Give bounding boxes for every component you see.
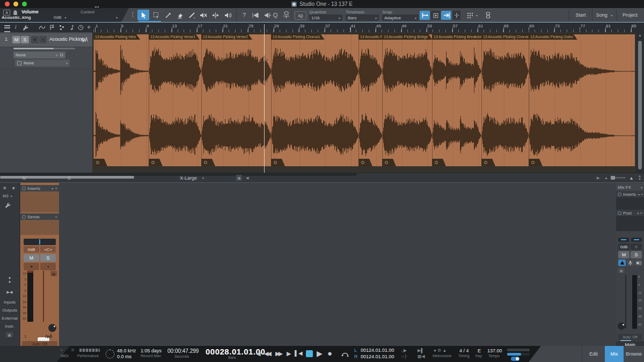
main-talkback-mic-icon[interactable]	[627, 260, 634, 266]
control-dropdown-arrow[interactable]: ▾	[116, 16, 118, 19]
precount-icon[interactable]: ▶▌	[418, 348, 424, 353]
listen-tool-button[interactable]	[222, 10, 234, 20]
follow-toggle[interactable]	[441, 11, 451, 20]
main-pan-left[interactable]	[618, 238, 629, 242]
layers-icon[interactable]	[59, 25, 65, 31]
bend-tool-button[interactable]	[209, 10, 221, 20]
mix-view-button[interactable]: Mix	[605, 346, 624, 362]
mixfx-header[interactable]: Mix FX▾	[616, 184, 644, 190]
pan-control[interactable]	[24, 239, 56, 245]
main-pan-value[interactable]: 0	[631, 243, 642, 250]
autoscroll-toggle[interactable]	[420, 11, 430, 20]
stop-button[interactable]	[306, 350, 313, 357]
loop-start-value[interactable]: 00124.01.01.00	[361, 348, 394, 353]
cpu-gauge-icon[interactable]	[105, 349, 115, 359]
automation-curve-icon[interactable]	[39, 25, 46, 30]
monitor-toggle[interactable]	[511, 357, 519, 361]
play-button[interactable]: ▶	[317, 349, 323, 358]
audio-event-label[interactable]: 13 Acoustic Picking Chorus1	[271, 34, 325, 40]
eraser-tool-button[interactable]	[174, 10, 186, 20]
automation-parameter[interactable]: Volume	[21, 9, 39, 14]
help-cursor-button[interactable]: ?	[240, 11, 248, 19]
snap-dropdown[interactable]: Adaptive▾	[382, 14, 419, 21]
seconds-display[interactable]: 00:00:47.299	[167, 348, 199, 354]
global-solo-button[interactable]: S	[64, 174, 74, 181]
main-inserts-header[interactable]: Inserts ▾+	[616, 191, 644, 197]
automation-value[interactable]: 0dB ▾	[54, 15, 66, 20]
channel-link-icon[interactable]: ▩	[50, 271, 57, 276]
waveform-view-icon[interactable]	[80, 36, 88, 42]
song-page-button[interactable]: Song ▾	[592, 8, 616, 22]
track-height-dropdown[interactable]: X-Large▾	[180, 174, 204, 181]
console-nav-instr[interactable]: Instr.	[0, 324, 19, 329]
next-bar-button[interactable]: ▶	[287, 350, 291, 357]
post-header[interactable]: Post ▾+	[616, 210, 644, 216]
main-automation-mode[interactable]: Auto: Off	[618, 334, 642, 340]
arrow-tool-button[interactable]	[137, 10, 149, 20]
audio-event-label[interactable]: 13 Acoustic Picking Outro	[529, 34, 577, 40]
close-console-icon[interactable]: ✕	[3, 186, 7, 191]
track-record-arm-button[interactable]: ●	[31, 36, 39, 43]
play-from-cursor-button[interactable]	[250, 10, 261, 20]
time-signature-value[interactable]: 4 / 4	[459, 348, 469, 353]
zoom-slider[interactable]	[611, 177, 626, 179]
inserts-well[interactable]	[20, 191, 59, 212]
collapse-banks-icon[interactable]: ▼▲	[0, 277, 19, 283]
project-page-button[interactable]: Project	[617, 8, 643, 22]
performance-meter[interactable]	[79, 349, 100, 352]
track-monitor-button[interactable]: ◖	[39, 36, 47, 43]
loop-selection-button[interactable]: Q	[271, 11, 280, 19]
main-gain-value[interactable]: 0dB	[618, 243, 630, 250]
main-solo-button[interactable]: S	[631, 251, 642, 258]
tempo-value[interactable]: 137.00	[487, 348, 502, 353]
record-button[interactable]: ●	[327, 349, 332, 358]
performance-label[interactable]: Performance	[77, 354, 99, 358]
quantize-dropdown[interactable]: 1/16▾	[309, 14, 342, 21]
main-pan-right[interactable]	[631, 238, 642, 242]
loop-button[interactable]	[340, 350, 350, 357]
sends-header[interactable]: Sends +	[20, 213, 59, 220]
post-well[interactable]	[616, 216, 644, 231]
track-open-button[interactable]: O	[57, 51, 65, 58]
plug-icon[interactable]	[483, 11, 493, 20]
main-inserts-well[interactable]	[616, 197, 644, 210]
scroll-up-arrow[interactable]: ▲	[636, 33, 644, 37]
channel-record-button[interactable]: ●	[24, 263, 39, 270]
track-list-menu-icon[interactable]	[4, 25, 10, 32]
narrow-channels-icon[interactable]: ▶◀	[0, 290, 19, 294]
bank-box-icon[interactable]: ▩	[6, 332, 13, 337]
channel-gain-value[interactable]: 0dB	[24, 246, 39, 253]
vertical-scroll-thumb[interactable]	[638, 41, 642, 169]
sends-power-icon[interactable]	[22, 215, 26, 219]
range-tool-button[interactable]	[150, 10, 162, 20]
loop-record-icon[interactable]: ▩◀	[418, 354, 425, 359]
macro-button[interactable]	[280, 10, 292, 20]
main-limiter-button[interactable]	[618, 260, 626, 266]
paint-tool-button[interactable]	[186, 10, 197, 20]
sends-well[interactable]	[20, 220, 59, 235]
metronome-icons[interactable]: ● ⚙ ▲	[434, 348, 447, 353]
track-header[interactable]: 1 M S ● ◖ Acoustic Picking	[0, 33, 92, 47]
add-track-icon[interactable]: +	[87, 24, 91, 31]
detach-console-icon[interactable]: ➤	[11, 185, 17, 191]
cursor-focus-toggle[interactable]	[452, 11, 460, 20]
return-to-start-button[interactable]: ▌◀	[295, 350, 303, 356]
timebase-dropdown[interactable]: Bars▾	[346, 14, 379, 21]
scroll-left-arrow[interactable]: ◀	[246, 176, 248, 180]
autopunch-icon[interactable]: ○├	[401, 354, 407, 359]
start-page-button[interactable]: Start	[569, 8, 592, 22]
main-mute-button[interactable]: M	[618, 251, 630, 258]
zoom-preset-icon[interactable]: ▲	[629, 175, 634, 181]
audio-event-label[interactable]: 13 Acoustic Picking Verse1	[149, 34, 200, 40]
track-solo-button[interactable]: S	[21, 36, 29, 43]
channel-solo-button[interactable]: S	[40, 254, 56, 262]
hand-tool-icon[interactable]	[12, 9, 18, 15]
track-automation-dropdown[interactable]: None▾	[15, 60, 70, 67]
clock-icon[interactable]	[78, 25, 84, 31]
main-cue-knob[interactable]	[618, 322, 625, 330]
snap-small-icon[interactable]: ▩	[236, 175, 242, 181]
note-icon[interactable]	[69, 25, 74, 31]
zoom-in-vertical-icon[interactable]: ▲	[604, 176, 608, 180]
corner-resize-icon[interactable]: ▲▼	[637, 174, 642, 181]
inspector-icon[interactable]: i	[15, 24, 16, 30]
